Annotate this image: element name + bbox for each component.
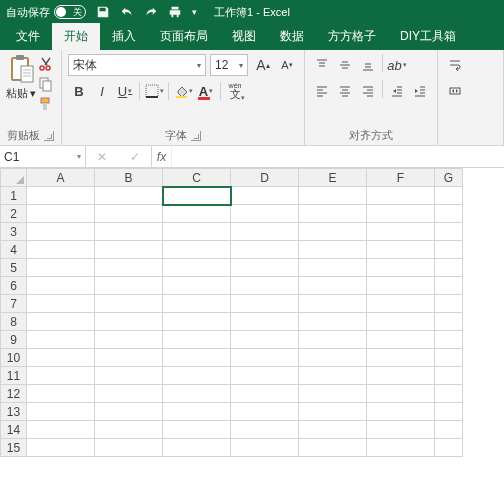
column-header[interactable]: B — [95, 169, 163, 187]
cell[interactable] — [27, 403, 95, 421]
cell[interactable] — [27, 385, 95, 403]
cell[interactable] — [163, 223, 231, 241]
spreadsheet-grid[interactable]: ABCDEFG123456789101112131415 — [0, 168, 504, 457]
cell[interactable] — [435, 187, 463, 205]
column-header[interactable]: A — [27, 169, 95, 187]
cell[interactable] — [163, 295, 231, 313]
cell[interactable] — [435, 403, 463, 421]
cell[interactable] — [163, 313, 231, 331]
print-icon[interactable] — [168, 5, 182, 19]
cell[interactable] — [367, 313, 435, 331]
autosave-toggle[interactable]: 关 — [54, 5, 86, 19]
font-name-select[interactable]: 宋体▾ — [68, 54, 206, 76]
cell[interactable] — [27, 331, 95, 349]
cell[interactable] — [95, 313, 163, 331]
cell[interactable] — [27, 421, 95, 439]
row-header[interactable]: 15 — [1, 439, 27, 457]
cell[interactable] — [163, 349, 231, 367]
cell[interactable] — [367, 421, 435, 439]
row-header[interactable]: 8 — [1, 313, 27, 331]
cell[interactable] — [27, 367, 95, 385]
fx-icon[interactable]: fx — [152, 146, 172, 167]
column-header[interactable]: E — [299, 169, 367, 187]
align-bottom-icon[interactable] — [357, 54, 379, 76]
border-button[interactable]: ▾ — [143, 80, 165, 102]
cell[interactable] — [367, 187, 435, 205]
cell[interactable] — [299, 205, 367, 223]
row-header[interactable]: 12 — [1, 385, 27, 403]
cell[interactable] — [231, 403, 299, 421]
save-icon[interactable] — [96, 5, 110, 19]
cell[interactable] — [435, 349, 463, 367]
cell[interactable] — [367, 223, 435, 241]
cell[interactable] — [435, 241, 463, 259]
cell[interactable] — [95, 385, 163, 403]
formula-input[interactable] — [172, 146, 504, 167]
select-all-corner[interactable] — [1, 169, 27, 187]
row-header[interactable]: 3 — [1, 223, 27, 241]
cell[interactable] — [435, 421, 463, 439]
cell[interactable] — [95, 349, 163, 367]
cell[interactable] — [231, 385, 299, 403]
underline-button[interactable]: U▾ — [114, 80, 136, 102]
cell[interactable] — [299, 277, 367, 295]
paste-button[interactable]: 粘贴▾ — [6, 54, 36, 126]
column-header[interactable]: G — [435, 169, 463, 187]
row-header[interactable]: 5 — [1, 259, 27, 277]
cell[interactable] — [95, 421, 163, 439]
cell[interactable] — [435, 223, 463, 241]
cell[interactable] — [367, 205, 435, 223]
cell[interactable] — [367, 259, 435, 277]
cell[interactable] — [231, 187, 299, 205]
phonetic-button[interactable]: wén文▾ — [224, 80, 246, 102]
cell[interactable] — [95, 331, 163, 349]
cell[interactable] — [299, 367, 367, 385]
cell[interactable] — [95, 403, 163, 421]
cell[interactable] — [95, 223, 163, 241]
cell[interactable] — [27, 349, 95, 367]
align-top-icon[interactable] — [311, 54, 333, 76]
cell[interactable] — [163, 439, 231, 457]
tab-1[interactable]: 开始 — [52, 23, 100, 50]
cell[interactable] — [231, 223, 299, 241]
autosave-control[interactable]: 自动保存 关 — [6, 5, 86, 20]
cell[interactable] — [163, 421, 231, 439]
column-header[interactable]: D — [231, 169, 299, 187]
row-header[interactable]: 10 — [1, 349, 27, 367]
decrease-font-icon[interactable]: A▾ — [276, 54, 298, 76]
cell[interactable] — [299, 187, 367, 205]
align-middle-icon[interactable] — [334, 54, 356, 76]
cell[interactable] — [27, 241, 95, 259]
cell[interactable] — [299, 349, 367, 367]
cell[interactable] — [163, 187, 231, 205]
tab-6[interactable]: 方方格子 — [316, 23, 388, 50]
cell[interactable] — [27, 205, 95, 223]
cell[interactable] — [163, 277, 231, 295]
cell[interactable] — [163, 367, 231, 385]
cell[interactable] — [163, 259, 231, 277]
cell[interactable] — [435, 439, 463, 457]
cell[interactable] — [367, 385, 435, 403]
cell[interactable] — [231, 313, 299, 331]
format-painter-icon[interactable] — [38, 96, 54, 112]
row-header[interactable]: 13 — [1, 403, 27, 421]
cell[interactable] — [231, 259, 299, 277]
cell[interactable] — [27, 277, 95, 295]
cell[interactable] — [299, 421, 367, 439]
cell[interactable] — [163, 331, 231, 349]
cell[interactable] — [367, 439, 435, 457]
cell[interactable] — [367, 349, 435, 367]
cell[interactable] — [95, 259, 163, 277]
cell[interactable] — [95, 439, 163, 457]
cell[interactable] — [27, 295, 95, 313]
row-header[interactable]: 1 — [1, 187, 27, 205]
undo-icon[interactable] — [120, 5, 134, 19]
name-box[interactable]: C1▾ — [0, 146, 86, 167]
cell[interactable] — [231, 205, 299, 223]
cell[interactable] — [299, 331, 367, 349]
increase-font-icon[interactable]: A▴ — [252, 54, 274, 76]
decrease-indent-icon[interactable] — [386, 80, 408, 102]
cell[interactable] — [231, 349, 299, 367]
cell[interactable] — [95, 277, 163, 295]
row-header[interactable]: 11 — [1, 367, 27, 385]
